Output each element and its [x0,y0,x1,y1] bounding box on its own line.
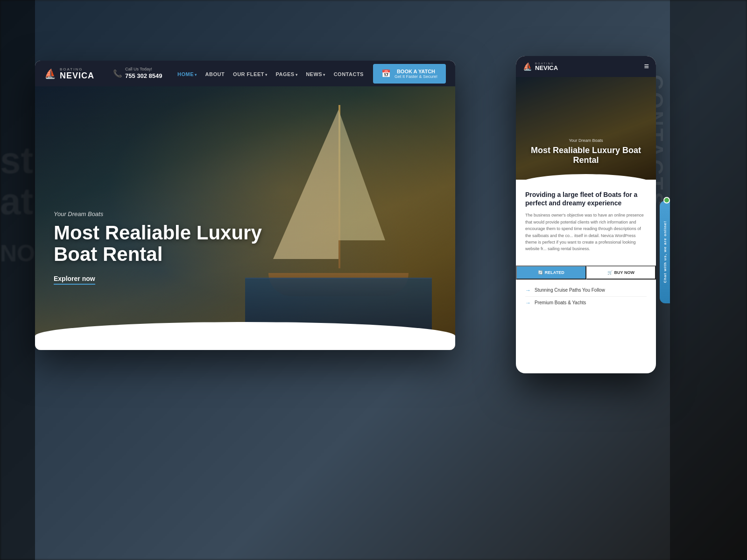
nav-link-fleet[interactable]: OUR FLEET▾ [233,71,267,77]
mobile-hero-title: Most Realiable Luxury Boat Rental [525,146,647,166]
mobile-content-block: Providing a large fleet of Boats for a p… [516,186,656,265]
mobile-boat-icon: ⛵ [523,62,532,71]
mobile-content-title: Providing a large fleet of Boats for a p… [525,190,647,207]
hero-content: Your Dream Boats Most Realiable Luxury B… [54,210,287,285]
online-dot [663,197,670,203]
nav-item-fleet[interactable]: OUR FLEET▾ [233,70,267,78]
dark-right-overlay [670,0,747,560]
nav-link-pages[interactable]: PAGES▾ [275,71,297,77]
mobile-mockup: ⛵ BOATING NEVICA ≡ Your Dream Boats Most… [516,56,656,373]
nav-item-pages[interactable]: PAGES▾ [275,70,297,78]
link-text-2: Premium Boats & Yachts [535,300,586,305]
nav-link-contacts[interactable]: CONTACTS [334,71,364,77]
link-arrow-2: → [525,300,531,306]
mobile-header: ⛵ BOATING NEVICA ≡ [516,56,656,77]
nav-item-contacts[interactable]: CONTACTS [334,70,364,78]
chat-widget[interactable]: Chat with us, we are online! [660,201,670,303]
front-sail [338,110,385,240]
nav-item-about[interactable]: ABOUT [205,70,225,78]
nav-item-home[interactable]: HOME▾ [177,70,197,78]
chat-widget-bar[interactable]: Chat with us, we are online! [660,201,670,303]
boat-icon: ⛵ [44,68,56,79]
mobile-link-1[interactable]: → Stunning Cruise Paths You Follow [525,284,647,297]
buy-now-label: BUY NOW [614,270,634,275]
nav-link-about[interactable]: ABOUT [205,71,225,77]
nav-link-news[interactable]: NEWS▾ [306,71,325,77]
link-arrow-1: → [525,287,531,294]
nav-link-home[interactable]: HOME▾ [177,71,197,77]
chat-widget-label: Chat with us, we are online! [663,221,667,283]
buy-now-button[interactable]: 🛒 BUY NOW [586,266,656,280]
calendar-icon: 📅 [381,69,391,78]
mobile-hero-content: Your Dream Boats Most Realiable Luxury B… [525,138,647,166]
mobile-logo: ⛵ BOATING NEVICA [523,62,558,71]
mobile-bottom-bar: 🔄 RELATED 🛒 BUY NOW [516,265,656,280]
nav-item-news[interactable]: NEWS▾ [306,70,325,78]
logo-big-text: NEVICA [60,71,94,80]
related-label: RELATED [545,270,564,275]
nav-links: HOME▾ ABOUT OUR FLEET▾ PAGES▾ NEWS▾ [177,70,364,78]
mobile-link-2[interactable]: → Premium Boats & Yachts [525,297,647,309]
related-icon: 🔄 [538,270,543,275]
dark-left-overlay [0,0,35,560]
book-label: BOOK A YATCH [395,69,437,74]
mobile-content-body: The business owner's objective was to ha… [525,212,647,252]
link-text-1: Stunning Cruise Paths You Follow [535,287,605,293]
related-button[interactable]: 🔄 RELATED [516,266,586,280]
hero-bottom-curve [35,322,455,350]
book-sublabel: Get It Faster & Secure! [395,74,437,79]
mobile-logo-text: BOATING NEVICA [535,62,558,71]
desktop-mockup: ⛵ BOATING NEVICA 📞 Call Us Today! 755 30… [35,61,455,350]
phone-number: 755 302 8549 [125,72,162,80]
hamburger-menu[interactable]: ≡ [644,62,649,71]
book-button[interactable]: 📅 BOOK A YATCH Get It Faster & Secure! [373,64,446,84]
book-button-text: BOOK A YATCH Get It Faster & Secure! [395,69,437,79]
phone-area: 📞 Call Us Today! 755 302 8549 [113,67,162,80]
mobile-logo-big: NEVICA [535,65,558,71]
desktop-hero: Your Dream Boats Most Realiable Luxury B… [35,86,455,350]
phone-stack: Call Us Today! 755 302 8549 [125,67,162,80]
logo-text-block: BOATING NEVICA [60,68,94,80]
mobile-links-section: → Stunning Cruise Paths You Follow → Pre… [516,280,656,314]
hero-subtitle: Your Dream Boats [54,210,287,217]
phone-icon: 📞 [113,69,122,78]
phone-label: Call Us Today! [125,67,162,72]
hero-title: Most Realiable Luxury Boat Rental [54,222,287,265]
desktop-navbar: ⛵ BOATING NEVICA 📞 Call Us Today! 755 30… [35,61,455,86]
hero-cta-button[interactable]: Explorer now [54,275,95,285]
desktop-logo: ⛵ BOATING NEVICA [44,68,94,80]
mobile-hero-subtitle: Your Dream Boats [525,138,647,143]
mobile-hero: Your Dream Boats Most Realiable Luxury B… [516,77,656,180]
cart-icon: 🛒 [607,270,613,275]
